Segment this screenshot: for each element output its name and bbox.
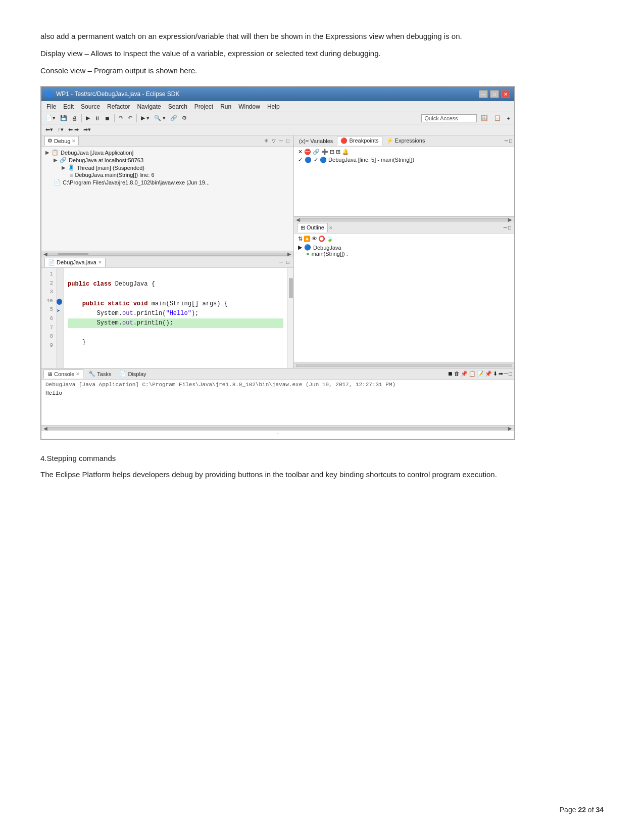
toolbar-step2[interactable]: ↶ xyxy=(126,114,134,122)
toolbar2-nav1[interactable]: ⬅▾ xyxy=(43,125,55,134)
toolbar2-nav2[interactable]: ↑▾ xyxy=(56,125,66,134)
bp-skip[interactable]: ⛔ xyxy=(304,149,311,155)
console-scroll-track[interactable] xyxy=(47,427,508,430)
menu-search[interactable]: Search xyxy=(165,102,190,111)
close-button[interactable]: ✕ xyxy=(501,90,510,98)
tab-breakpoints[interactable]: 🔴 Breakpoints xyxy=(337,136,382,146)
outline-tab[interactable]: ⊞ Outline xyxy=(297,223,328,233)
outline-circle[interactable]: ⭕ xyxy=(318,236,325,242)
outline-max[interactable]: □ xyxy=(508,225,511,230)
console-copy[interactable]: 📋 xyxy=(469,370,476,377)
minimize-button[interactable]: ─ xyxy=(479,90,488,98)
console-scroll-left[interactable]: ◀ xyxy=(43,426,47,431)
scrollbar-track[interactable] xyxy=(47,253,287,256)
menu-navigate[interactable]: Navigate xyxy=(134,102,164,111)
toolbar-misc[interactable]: ⚙ xyxy=(180,114,189,122)
tree-item-1[interactable]: ▶ 🔗 DebugJava at localhost:58763 xyxy=(45,156,289,164)
editor-panel-controls: ─ □ xyxy=(278,259,290,265)
debug-panel-down[interactable]: ▽ xyxy=(271,138,277,144)
editor-min[interactable]: ─ xyxy=(278,259,284,265)
right-scrollbar-track[interactable] xyxy=(300,218,508,221)
bp-item-1[interactable]: ✓ 🔵 ✓ 🔵 DebugJava [line: 5] - main(Strin… xyxy=(298,157,510,163)
toolbar-more[interactable]: + xyxy=(505,114,512,122)
restore-button[interactable]: □ xyxy=(490,90,499,98)
tab-tasks[interactable]: 🔧 Tasks xyxy=(85,369,114,378)
outline-scrollbar[interactable] xyxy=(294,362,514,368)
right-top-min[interactable]: ─ xyxy=(505,138,508,144)
editor-vertical-scrollbar[interactable] xyxy=(287,268,293,368)
console-scrollbar[interactable]: ◀ ▶ xyxy=(41,425,514,431)
editor-tab[interactable]: 📄 DebugJava.java ✕ xyxy=(44,258,106,267)
scroll-right[interactable]: ▶ xyxy=(287,251,291,257)
code-content[interactable]: public class DebugJava { public static v… xyxy=(64,268,287,368)
debug-tab[interactable]: ⚙ Debug ✕ xyxy=(44,136,79,146)
toolbar2-nav3[interactable]: ⬅ ➡ xyxy=(66,125,81,134)
toolbar-perspectives[interactable]: 🪟 xyxy=(479,114,490,122)
console-max[interactable]: □ xyxy=(509,370,512,377)
console-pin[interactable]: 📌 xyxy=(485,370,492,377)
toolbar-external[interactable]: 🔗 xyxy=(168,114,179,122)
right-scroll-left[interactable]: ◀ xyxy=(296,217,300,222)
console-clear[interactable]: 🗑 xyxy=(454,370,460,377)
bp-collapse[interactable]: ⊟ xyxy=(330,149,334,155)
console-scroll-right[interactable]: ▶ xyxy=(508,426,512,431)
right-top-max[interactable]: □ xyxy=(509,138,512,144)
tab-variables[interactable]: (x)= Variables xyxy=(296,137,336,145)
toolbar-open-perspective[interactable]: 📋 xyxy=(492,114,503,122)
menu-source[interactable]: Source xyxy=(78,102,103,111)
outline-leaf[interactable]: 🍃 xyxy=(326,236,333,242)
console-min[interactable]: ─ xyxy=(504,370,508,377)
outline-filter[interactable]: 🔼 xyxy=(304,236,311,242)
menu-help[interactable]: Help xyxy=(264,102,283,111)
menu-window[interactable]: Window xyxy=(235,102,263,111)
bp-remove[interactable]: ✕ xyxy=(298,149,303,155)
outline-item-main[interactable]: ● main(String[]) : xyxy=(298,251,510,257)
debug-panel-max[interactable]: □ xyxy=(285,138,290,144)
debug-tree-scrollbar[interactable]: ◀ ▶ xyxy=(41,251,293,257)
bp-add[interactable]: ➕ xyxy=(321,149,328,155)
tab-console[interactable]: 🖥 Console ✕ xyxy=(43,369,83,379)
right-top-scrollbar[interactable]: ◀ ▶ xyxy=(294,216,514,222)
bp-link[interactable]: 🔗 xyxy=(313,149,320,155)
bp-misc[interactable]: 🔔 xyxy=(342,149,349,155)
menu-run[interactable]: Run xyxy=(217,102,234,111)
toolbar-debug[interactable]: ▶ xyxy=(84,114,92,122)
scroll-left[interactable]: ◀ xyxy=(43,251,47,257)
tab-display[interactable]: 📄 Display xyxy=(116,369,149,378)
outline-scroll-track[interactable] xyxy=(296,364,512,367)
console-nav-down[interactable]: ⬇ xyxy=(493,370,498,377)
outline-min[interactable]: ─ xyxy=(504,225,507,230)
toolbar-search[interactable]: 🔍 ▾ xyxy=(152,114,168,122)
console-nav-right[interactable]: ➡ xyxy=(499,370,503,377)
resize-handle[interactable]: ⋮ xyxy=(41,431,514,439)
toolbar-pause[interactable]: ⏸ xyxy=(92,114,102,122)
menu-edit[interactable]: Edit xyxy=(60,102,77,111)
outline-sort[interactable]: ⇅ xyxy=(298,236,303,242)
toolbar-new[interactable]: 📄▾ xyxy=(43,114,58,122)
toolbar2-nav4[interactable]: ➡▾ xyxy=(81,125,93,134)
console-scroll-lock[interactable]: 📌 xyxy=(461,370,468,377)
tree-item-0[interactable]: ▶ 📋 DebugJava [Java Application] xyxy=(45,149,289,156)
toolbar-step[interactable]: ↷ xyxy=(117,114,125,122)
menu-file[interactable]: File xyxy=(43,102,59,111)
debug-panel-min[interactable]: ─ xyxy=(278,138,284,144)
toolbar-stop[interactable]: ⏹ xyxy=(103,114,112,122)
tree-item-3[interactable]: ≡ DebugJava.main(String[]) line: 6 xyxy=(45,171,289,178)
outline-item-root[interactable]: ▶ 🔵 DebugJava xyxy=(298,244,510,251)
menu-refactor[interactable]: Refactor xyxy=(104,102,133,111)
tab-expressions[interactable]: ⚡ Expressions xyxy=(383,136,428,145)
console-stop[interactable]: ⏹ xyxy=(448,370,453,377)
toolbar-save[interactable]: 💾 xyxy=(58,114,69,122)
console-paste[interactable]: 📝 xyxy=(477,370,484,377)
debug-panel-star[interactable]: ✳ xyxy=(263,138,269,144)
editor-max[interactable]: □ xyxy=(285,259,290,265)
bp-expand[interactable]: ⊞ xyxy=(336,149,340,155)
tree-item-2[interactable]: ▶ 🧵 Thread [main] (Suspended) xyxy=(45,164,289,171)
toolbar-print[interactable]: 🖨 xyxy=(70,114,79,122)
quick-access-input[interactable]: Quick Access xyxy=(421,114,477,122)
toolbar-run-btn[interactable]: ▶ ▾ xyxy=(139,114,152,122)
right-scroll-right[interactable]: ▶ xyxy=(508,217,512,222)
menu-project[interactable]: Project xyxy=(191,102,216,111)
tree-item-4[interactable]: 📄 C:\Program Files\Java\jre1.8.0_102\bin… xyxy=(45,178,289,186)
outline-hide[interactable]: 👁 xyxy=(312,236,317,242)
